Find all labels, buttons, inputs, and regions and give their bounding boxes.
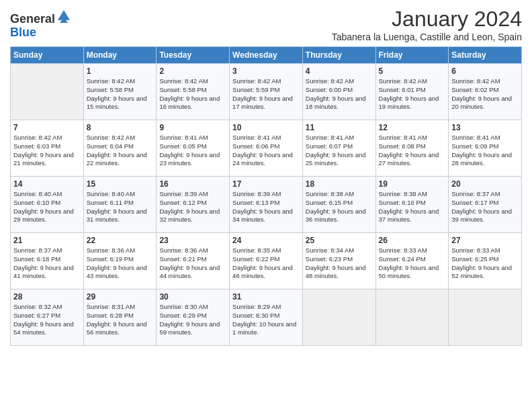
cell-content: Sunrise: 8:41 AMSunset: 6:05 PMDaylight:…: [159, 134, 226, 168]
calendar-cell: [302, 289, 375, 346]
calendar-cell: [449, 289, 522, 346]
calendar-cell: 3Sunrise: 8:42 AMSunset: 5:59 PMDaylight…: [230, 64, 303, 120]
logo-blue: Blue: [10, 26, 36, 39]
day-number: 14: [13, 179, 81, 189]
day-number: 17: [232, 179, 300, 189]
week-row-3: 14Sunrise: 8:40 AMSunset: 6:10 PMDayligh…: [11, 177, 522, 233]
day-number: 20: [451, 179, 519, 189]
cell-content: Sunrise: 8:39 AMSunset: 6:13 PMDaylight:…: [232, 190, 300, 224]
calendar-cell: 15Sunrise: 8:40 AMSunset: 6:11 PMDayligh…: [83, 177, 157, 233]
title-area: January 2024 Tabanera la Luenga, Castill…: [332, 7, 522, 42]
calendar-cell: 1Sunrise: 8:42 AMSunset: 5:58 PMDaylight…: [83, 64, 157, 120]
cell-content: Sunrise: 8:42 AMSunset: 6:03 PMDaylight:…: [13, 134, 81, 168]
day-number: 9: [159, 123, 226, 132]
calendar-cell: 24Sunrise: 8:35 AMSunset: 6:22 PMDayligh…: [230, 233, 303, 289]
cell-content: Sunrise: 8:42 AMSunset: 5:59 PMDaylight:…: [232, 77, 300, 111]
calendar-table: SundayMondayTuesdayWednesdayThursdayFrid…: [10, 46, 522, 346]
calendar-cell: 18Sunrise: 8:38 AMSunset: 6:15 PMDayligh…: [302, 177, 375, 233]
day-number: 10: [232, 123, 300, 132]
day-header-monday: Monday: [83, 47, 157, 64]
calendar-cell: 16Sunrise: 8:39 AMSunset: 6:12 PMDayligh…: [157, 177, 230, 233]
day-number: 6: [451, 66, 519, 76]
calendar-cell: 26Sunrise: 8:33 AMSunset: 6:24 PMDayligh…: [375, 233, 449, 289]
cell-content: Sunrise: 8:31 AMSunset: 6:28 PMDaylight:…: [87, 303, 154, 337]
cell-content: Sunrise: 8:42 AMSunset: 6:02 PMDaylight:…: [451, 77, 519, 111]
calendar-cell: 7Sunrise: 8:42 AMSunset: 6:03 PMDaylight…: [11, 120, 84, 177]
month-title: January 2024: [332, 7, 522, 32]
calendar-cell: 9Sunrise: 8:41 AMSunset: 6:05 PMDaylight…: [157, 120, 230, 177]
cell-content: Sunrise: 8:35 AMSunset: 6:22 PMDaylight:…: [232, 246, 300, 281]
calendar-cell: 4Sunrise: 8:42 AMSunset: 6:00 PMDaylight…: [302, 64, 375, 120]
cell-content: Sunrise: 8:32 AMSunset: 6:27 PMDaylight:…: [13, 303, 81, 337]
day-number: 19: [379, 179, 446, 189]
day-number: 8: [87, 123, 154, 132]
calendar-cell: [11, 64, 84, 120]
calendar-header: SundayMondayTuesdayWednesdayThursdayFrid…: [11, 47, 522, 64]
calendar-cell: 5Sunrise: 8:42 AMSunset: 6:01 PMDaylight…: [375, 64, 449, 120]
cell-content: Sunrise: 8:41 AMSunset: 6:09 PMDaylight:…: [451, 134, 519, 168]
day-number: 1: [87, 66, 154, 76]
cell-content: Sunrise: 8:37 AMSunset: 6:18 PMDaylight:…: [13, 246, 81, 281]
cell-content: Sunrise: 8:33 AMSunset: 6:24 PMDaylight:…: [379, 246, 446, 281]
calendar-cell: 27Sunrise: 8:33 AMSunset: 6:25 PMDayligh…: [449, 233, 522, 289]
calendar-cell: 2Sunrise: 8:42 AMSunset: 5:58 PMDaylight…: [157, 64, 230, 120]
calendar-body: 1Sunrise: 8:42 AMSunset: 5:58 PMDaylight…: [11, 64, 522, 346]
day-header-thursday: Thursday: [302, 47, 375, 64]
cell-content: Sunrise: 8:41 AMSunset: 6:07 PMDaylight:…: [306, 134, 373, 168]
cell-content: Sunrise: 8:38 AMSunset: 6:16 PMDaylight:…: [379, 190, 446, 224]
logo: General Blue: [10, 9, 71, 40]
cell-content: Sunrise: 8:42 AMSunset: 6:00 PMDaylight:…: [306, 77, 373, 111]
calendar-cell: 6Sunrise: 8:42 AMSunset: 6:02 PMDaylight…: [449, 64, 522, 120]
cell-content: Sunrise: 8:37 AMSunset: 6:17 PMDaylight:…: [451, 190, 519, 224]
day-number: 28: [13, 292, 81, 302]
cell-content: Sunrise: 8:42 AMSunset: 5:58 PMDaylight:…: [87, 77, 154, 111]
day-number: 4: [306, 66, 373, 76]
cell-content: Sunrise: 8:36 AMSunset: 6:19 PMDaylight:…: [87, 246, 154, 281]
day-number: 13: [451, 123, 519, 132]
calendar-cell: 13Sunrise: 8:41 AMSunset: 6:09 PMDayligh…: [449, 120, 522, 177]
calendar-cell: 22Sunrise: 8:36 AMSunset: 6:19 PMDayligh…: [83, 233, 157, 289]
logo-icon: [56, 8, 71, 23]
logo-general: General: [10, 12, 55, 26]
cell-content: Sunrise: 8:42 AMSunset: 6:01 PMDaylight:…: [379, 77, 446, 111]
calendar-cell: 11Sunrise: 8:41 AMSunset: 6:07 PMDayligh…: [302, 120, 375, 177]
day-number: 25: [306, 236, 373, 245]
page-header: General Blue January 2024 Tabanera la Lu…: [10, 7, 522, 42]
day-number: 27: [451, 236, 519, 245]
cell-content: Sunrise: 8:40 AMSunset: 6:10 PMDaylight:…: [13, 190, 81, 224]
calendar-cell: 23Sunrise: 8:36 AMSunset: 6:21 PMDayligh…: [157, 233, 230, 289]
calendar-cell: 29Sunrise: 8:31 AMSunset: 6:28 PMDayligh…: [83, 289, 157, 346]
cell-content: Sunrise: 8:42 AMSunset: 5:58 PMDaylight:…: [159, 77, 226, 111]
cell-content: Sunrise: 8:42 AMSunset: 6:04 PMDaylight:…: [87, 134, 154, 168]
day-number: 15: [87, 179, 154, 189]
cell-content: Sunrise: 8:29 AMSunset: 6:30 PMDaylight:…: [232, 303, 300, 337]
calendar-cell: 20Sunrise: 8:37 AMSunset: 6:17 PMDayligh…: [449, 177, 522, 233]
day-header-friday: Friday: [375, 47, 449, 64]
week-row-5: 28Sunrise: 8:32 AMSunset: 6:27 PMDayligh…: [11, 289, 522, 346]
cell-content: Sunrise: 8:41 AMSunset: 6:08 PMDaylight:…: [379, 134, 446, 168]
calendar-cell: 14Sunrise: 8:40 AMSunset: 6:10 PMDayligh…: [11, 177, 84, 233]
day-header-sunday: Sunday: [11, 47, 84, 64]
calendar-cell: 8Sunrise: 8:42 AMSunset: 6:04 PMDaylight…: [83, 120, 157, 177]
svg-marker-1: [60, 20, 68, 23]
day-number: 21: [13, 236, 81, 245]
svg-marker-0: [58, 10, 70, 20]
cell-content: Sunrise: 8:38 AMSunset: 6:15 PMDaylight:…: [306, 190, 373, 224]
day-number: 23: [159, 236, 226, 245]
calendar-cell: 19Sunrise: 8:38 AMSunset: 6:16 PMDayligh…: [375, 177, 449, 233]
day-number: 18: [306, 179, 373, 189]
week-row-1: 1Sunrise: 8:42 AMSunset: 5:58 PMDaylight…: [11, 64, 522, 120]
cell-content: Sunrise: 8:33 AMSunset: 6:25 PMDaylight:…: [451, 246, 519, 281]
calendar-cell: 21Sunrise: 8:37 AMSunset: 6:18 PMDayligh…: [11, 233, 84, 289]
day-number: 30: [159, 292, 226, 302]
day-number: 3: [232, 66, 300, 76]
calendar-cell: 30Sunrise: 8:30 AMSunset: 6:29 PMDayligh…: [157, 289, 230, 346]
cell-content: Sunrise: 8:39 AMSunset: 6:12 PMDaylight:…: [159, 190, 226, 224]
cell-content: Sunrise: 8:30 AMSunset: 6:29 PMDaylight:…: [159, 303, 226, 337]
day-header-saturday: Saturday: [449, 47, 522, 64]
calendar-cell: 12Sunrise: 8:41 AMSunset: 6:08 PMDayligh…: [375, 120, 449, 177]
calendar-cell: [375, 289, 449, 346]
calendar-cell: 10Sunrise: 8:41 AMSunset: 6:06 PMDayligh…: [230, 120, 303, 177]
cell-content: Sunrise: 8:34 AMSunset: 6:23 PMDaylight:…: [306, 246, 373, 281]
day-number: 26: [379, 236, 446, 245]
